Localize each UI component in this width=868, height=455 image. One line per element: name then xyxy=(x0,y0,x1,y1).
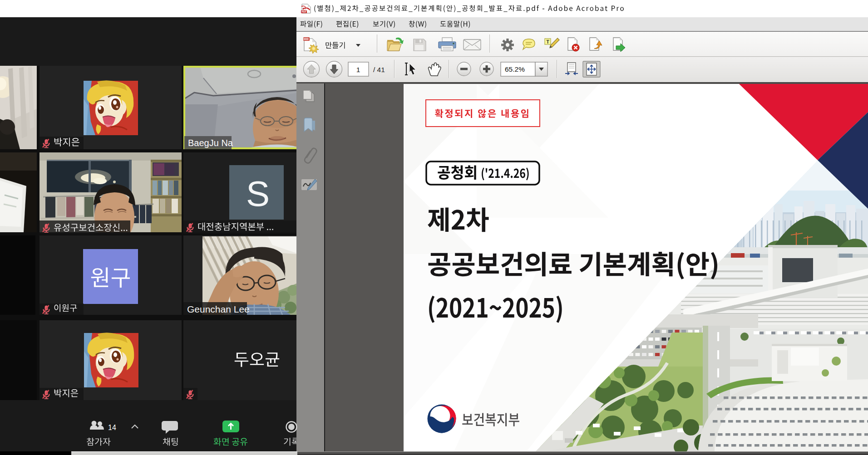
svg-text:65.2%: 65.2% xyxy=(505,65,525,73)
svg-text:BaegJu Na: BaegJu Na xyxy=(188,138,233,148)
svg-text:/ 41: / 41 xyxy=(373,66,385,73)
svg-text:Geunchan Lee: Geunchan Lee xyxy=(187,304,250,314)
svg-text:S: S xyxy=(246,174,270,214)
svg-text:PDF: PDF xyxy=(301,10,307,13)
svg-text:1: 1 xyxy=(356,66,360,73)
svg-text:T: T xyxy=(546,39,549,44)
svg-text:14: 14 xyxy=(108,424,116,431)
